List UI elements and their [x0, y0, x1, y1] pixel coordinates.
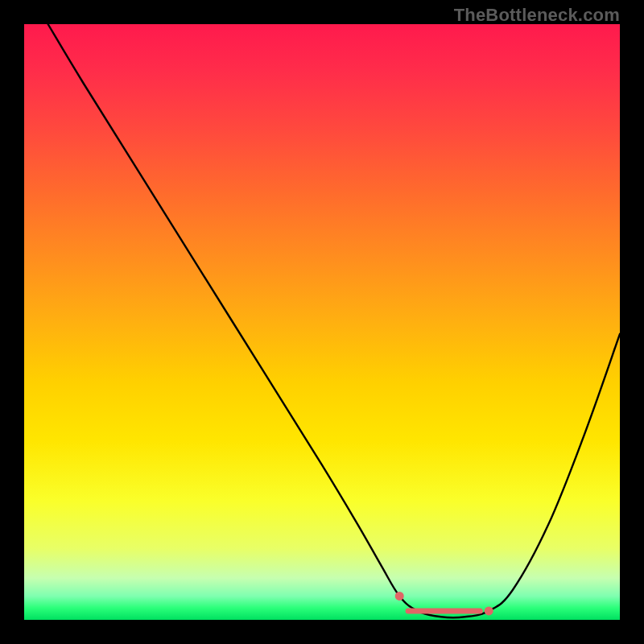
watermark-text: TheBottleneck.com [454, 5, 620, 26]
curve-layer [24, 24, 620, 620]
valley-band [406, 608, 483, 613]
valley-dot-left [395, 592, 404, 601]
gradient-plot-area [24, 24, 620, 620]
valley-dot-right [485, 606, 493, 615]
bottleneck-curve [48, 24, 620, 617]
chart-frame: TheBottleneck.com [0, 0, 644, 644]
